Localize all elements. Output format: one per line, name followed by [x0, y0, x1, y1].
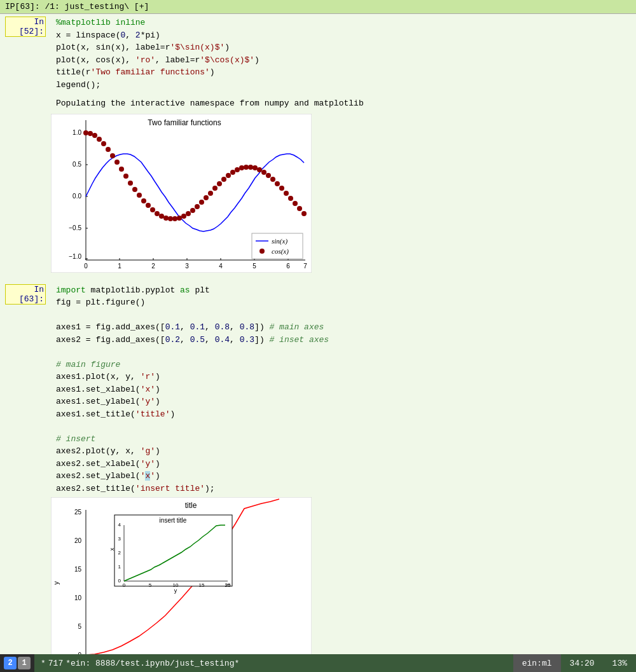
cell-63-line-13: axes2.set_ylabel('x')	[56, 470, 631, 483]
svg-text:15: 15	[74, 566, 82, 573]
cell-63-line-8: axes1.set_ylabel('y')	[56, 395, 631, 408]
svg-point-64	[244, 165, 249, 170]
cell-63-line-10: # insert	[56, 433, 631, 446]
title-bar: IP[63]: /1: just_testing\ [+]	[0, 0, 636, 14]
plot2-main-title: title	[185, 501, 197, 510]
svg-point-69	[266, 173, 271, 178]
status-percent: 13%	[604, 654, 636, 672]
plot1-legend-sin: sin(x)	[272, 237, 287, 245]
status-main: * 717 *ein: 8888/test.ipynb/just_testing…	[34, 654, 513, 672]
svg-point-45	[159, 214, 164, 219]
svg-text:2: 2	[118, 550, 121, 556]
svg-point-76	[297, 206, 302, 211]
svg-point-36	[119, 167, 124, 172]
svg-point-75	[293, 201, 298, 206]
svg-point-48	[172, 216, 177, 221]
svg-point-57	[212, 186, 218, 191]
title-text: IP[63]: /1: just_testing\ [+]	[5, 2, 149, 11]
svg-text:1.0: 1.0	[73, 129, 81, 136]
svg-text:5: 5	[78, 623, 81, 630]
cell-63-blank-1	[56, 309, 631, 322]
svg-point-41	[141, 198, 146, 203]
svg-text:0: 0	[123, 582, 126, 588]
cell-52-line-4: plot(x, cos(x), 'ro', label=r'$\cos(x)$'…	[56, 54, 631, 67]
status-position-text: 34:20	[570, 659, 595, 668]
cell-52-line-1: %matplotlib inline	[56, 17, 631, 29]
status-num-2[interactable]: 2	[4, 657, 17, 669]
status-position: 34:20	[561, 654, 604, 672]
svg-text:0: 0	[118, 578, 121, 584]
svg-point-72	[279, 186, 284, 191]
svg-point-62	[235, 167, 240, 172]
svg-point-80	[259, 249, 265, 254]
cell-52-bracket: In [52]:	[5, 17, 46, 37]
svg-text:3: 3	[118, 536, 121, 542]
cell-52-line-2: x = linspace(0, 2*pi)	[56, 29, 631, 42]
svg-text:−0.5: −0.5	[69, 224, 81, 231]
cell-63-line-9: axes1.set_title('title')	[56, 408, 631, 421]
svg-point-73	[284, 191, 289, 196]
svg-point-54	[199, 200, 204, 205]
plot1-svg: Two familiar functions 1.0 0.5 0.0 −0.5 …	[51, 114, 312, 273]
cell-52-line-5: title(r'Two familiar functions')	[56, 66, 631, 79]
svg-point-77	[301, 211, 307, 216]
svg-text:1: 1	[118, 564, 121, 570]
status-mode: ein:ml	[513, 654, 561, 672]
svg-point-55	[204, 195, 209, 200]
notebook[interactable]: In [52]: %matplotlib inline x = linspace…	[0, 14, 636, 654]
cell-52: In [52]: %matplotlib inline x = linspace…	[0, 14, 636, 93]
status-num-1[interactable]: 1	[18, 657, 31, 669]
cell-63-bracket: In [63]:	[5, 284, 46, 305]
cell-63-prompt: In [63]:	[0, 282, 51, 498]
svg-point-66	[252, 165, 258, 170]
svg-point-71	[275, 181, 280, 186]
cell-63-line-5: # main figure	[56, 359, 631, 371]
cell-63-line-1: import matplotlib.pyplot as plt	[56, 284, 631, 297]
svg-text:0: 0	[84, 263, 88, 270]
svg-point-39	[132, 187, 137, 192]
plot2-inset-title: insert title	[160, 517, 187, 524]
cell-63-line-6: axes1.plot(x, y, 'r')	[56, 371, 631, 383]
svg-text:1: 1	[118, 263, 121, 270]
svg-text:3: 3	[185, 263, 189, 270]
svg-point-70	[270, 177, 275, 182]
cell-52-output-row: Populating the interactive namespace fro…	[0, 93, 636, 114]
svg-text:4: 4	[118, 522, 121, 528]
svg-text:10: 10	[74, 594, 82, 601]
svg-point-56	[208, 191, 213, 196]
status-cell-count: 717	[48, 659, 63, 668]
svg-text:25: 25	[225, 582, 231, 588]
cell-63-content[interactable]: import matplotlib.pyplot as plt fig = pl…	[51, 282, 636, 498]
svg-point-59	[221, 177, 226, 182]
svg-point-40	[137, 193, 142, 198]
svg-text:25: 25	[74, 509, 82, 516]
svg-text:4: 4	[219, 263, 223, 270]
svg-text:5: 5	[252, 263, 256, 270]
svg-point-44	[155, 211, 160, 216]
svg-point-67	[257, 167, 262, 172]
svg-point-58	[217, 181, 222, 186]
plot2-inset-xlabel: y	[174, 587, 177, 594]
status-percent-text: 13%	[612, 659, 627, 668]
svg-point-68	[261, 170, 266, 175]
svg-point-37	[123, 174, 128, 179]
cell-52-content[interactable]: %matplotlib inline x = linspace(0, 2*pi)…	[51, 14, 636, 93]
cell-63-blank-2	[56, 346, 631, 359]
svg-point-30	[92, 133, 97, 138]
plot1-legend-cos: cos(x)	[272, 247, 289, 256]
cell-63-line-2: fig = plt.figure()	[56, 296, 631, 309]
svg-point-46	[163, 216, 169, 221]
svg-rect-97	[114, 515, 232, 586]
svg-point-38	[128, 181, 133, 186]
svg-point-34	[110, 153, 115, 158]
plot2-container: title 0 5 10 15 20 25 y 0 1 2 3 4 5	[51, 497, 636, 654]
svg-text:5: 5	[149, 582, 152, 588]
svg-text:2: 2	[151, 263, 155, 270]
cell-63-line-3: axes1 = fig.add_axes([0.1, 0.1, 0.8, 0.8…	[56, 321, 631, 334]
cell-52-output-prompt	[0, 93, 51, 114]
svg-point-52	[190, 208, 195, 213]
svg-point-32	[101, 141, 106, 146]
plot1-container: Two familiar functions 1.0 0.5 0.0 −0.5 …	[51, 114, 636, 275]
svg-text:15: 15	[199, 582, 205, 588]
svg-point-31	[97, 137, 102, 142]
